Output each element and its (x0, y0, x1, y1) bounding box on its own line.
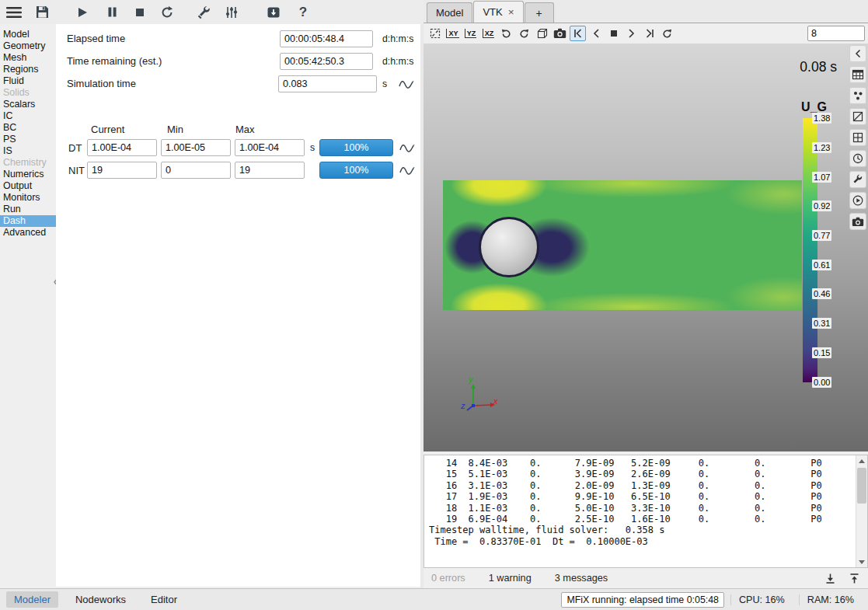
nit-max-field[interactable] (235, 162, 305, 179)
simulation-time-plot-button[interactable] (398, 78, 415, 90)
sidebar-item-advanced[interactable]: Advanced (0, 227, 56, 239)
sidebar-item-scalars[interactable]: Scalars (0, 99, 56, 110)
tab-close-icon[interactable]: × (508, 7, 514, 18)
stop-playback-button[interactable] (605, 26, 622, 41)
time-remaining-field[interactable] (280, 53, 373, 70)
sidebar-item-monitors[interactable]: Monitors (0, 192, 56, 204)
visual-options-button[interactable] (849, 171, 866, 188)
elapsed-time-unit: d:h:m:s (382, 33, 413, 44)
main-menu-button[interactable] (4, 2, 24, 23)
sidebar-item-ic[interactable]: IC (0, 110, 56, 122)
tab-add-button[interactable]: + (525, 2, 554, 23)
refresh-frames-button[interactable] (659, 26, 675, 41)
screenshot-button[interactable] (552, 26, 568, 41)
cell-data-button[interactable] (849, 66, 866, 83)
console-scrollbar[interactable] (856, 455, 867, 567)
sidebar-item-output[interactable]: Output (0, 180, 56, 192)
stop-button[interactable] (130, 2, 150, 23)
view-yz-button[interactable]: YZ (462, 26, 479, 41)
messages-count[interactable]: 3 messages (555, 573, 608, 584)
mode-modeler[interactable]: Modeler (6, 591, 58, 608)
run-status-display: MFiX running: elapsed time 0:05:48 (561, 592, 724, 608)
solver-console: 14 8.4E-03 0. 7.9E-09 5.2E-09 0. 0. P0 1… (424, 455, 868, 568)
elapsed-time-row: Elapsed time d:h:m:s (56, 30, 420, 47)
dt-min-field[interactable] (161, 139, 231, 156)
save-button[interactable] (32, 2, 52, 23)
help-button[interactable]: ? (293, 2, 313, 23)
scroll-to-top-button[interactable] (849, 573, 860, 584)
tab-vtk[interactable]: VTK × (473, 1, 523, 23)
slice-button[interactable] (849, 108, 866, 125)
scroll-up-arrow[interactable] (856, 455, 867, 466)
time-remaining-unit: d:h:m:s (382, 56, 413, 67)
rotate-ccw-icon (500, 28, 512, 40)
vtk-viewport[interactable]: 0.08 s U_G 1.38 1.23 1.07 0.92 0.77 0.61… (424, 44, 868, 451)
sidebar-item-dash[interactable]: Dash (0, 215, 56, 227)
elapsed-time-field[interactable] (280, 30, 373, 47)
rotate-left-button[interactable] (498, 26, 514, 41)
collapse-panel-button[interactable] (849, 45, 866, 62)
particles-button[interactable] (849, 87, 866, 104)
warnings-count[interactable]: 1 warning (489, 573, 532, 584)
console-line: 14 8.4E-03 0. 7.9E-09 5.2E-09 0. 0. P0 (429, 458, 852, 469)
cylinder-geometry (479, 217, 539, 277)
sidebar-item-bc[interactable]: BC (0, 122, 56, 134)
node-data-button[interactable] (849, 129, 866, 146)
vtk-side-toolbar (848, 45, 867, 230)
run-button[interactable] (72, 2, 92, 23)
nit-current-field[interactable] (87, 162, 157, 179)
play-animation-button[interactable] (849, 192, 866, 209)
scroll-to-bottom-button[interactable] (824, 573, 836, 584)
snapshot-button[interactable] (849, 213, 866, 230)
scrollbar-thumb[interactable] (857, 468, 866, 504)
pause-button[interactable] (102, 2, 122, 23)
sidebar-item-run[interactable]: Run (0, 204, 56, 215)
errors-count[interactable]: 0 errors (431, 573, 465, 584)
export-project-button[interactable] (263, 2, 284, 23)
sidebar-item-model[interactable]: Model (0, 29, 56, 40)
build-solver-button[interactable] (194, 2, 214, 23)
dt-max-field[interactable] (235, 139, 305, 156)
console-line: 18 1.1E-03 0. 5.0E-10 3.3E-10 0. 0. P0 (429, 503, 852, 514)
next-frame-button[interactable] (623, 26, 640, 41)
clock-icon (852, 152, 864, 165)
reset-button[interactable] (157, 2, 177, 23)
sidebar-item-is[interactable]: IS (0, 145, 56, 157)
frame-index-input[interactable] (807, 26, 865, 41)
tab-model[interactable]: Model (427, 2, 472, 23)
nit-min-field[interactable] (161, 162, 231, 179)
mode-nodeworks[interactable]: Nodeworks (68, 591, 134, 608)
dt-current-field[interactable] (87, 139, 157, 156)
prev-frame-button[interactable] (587, 26, 604, 41)
mode-editor[interactable]: Editor (143, 591, 185, 608)
last-frame-button[interactable] (641, 26, 657, 41)
sidebar-item-fluid[interactable]: Fluid (0, 75, 56, 87)
settings-button[interactable] (221, 2, 242, 23)
sidebar-item-numerics[interactable]: Numerics (0, 169, 56, 180)
rotate-right-button[interactable] (516, 26, 532, 41)
first-frame-button[interactable] (570, 26, 586, 41)
pause-icon (106, 6, 118, 18)
view-xz-button[interactable]: XZ (480, 26, 497, 41)
perspective-button[interactable] (534, 26, 550, 41)
simulation-time-field[interactable] (278, 75, 377, 92)
sidebar-item-ps[interactable]: PS (0, 134, 56, 145)
dt-plot-button[interactable] (399, 141, 416, 154)
fit-view-button[interactable] (427, 26, 443, 41)
sidebar-item-mesh[interactable]: Mesh (0, 52, 56, 64)
cube-icon (536, 27, 549, 40)
rotate-cw-icon (518, 28, 530, 40)
view-xy-button[interactable]: XY (444, 26, 461, 41)
time-settings-button[interactable] (849, 150, 866, 167)
slice-icon (852, 110, 864, 123)
nit-progress-bar: 100% (319, 162, 393, 179)
yz-plane-icon: YZ (465, 29, 477, 38)
table-icon (852, 68, 864, 81)
sidebar-item-geometry[interactable]: Geometry (0, 40, 56, 52)
nit-plot-button[interactable] (399, 164, 416, 176)
scroll-down-arrow[interactable] (856, 556, 867, 567)
stop-icon (134, 7, 145, 18)
console-line: 17 1.9E-03 0. 9.9E-10 6.5E-10 0. 0. P0 (429, 491, 852, 502)
sidebar-item-regions[interactable]: Regions (0, 64, 56, 75)
dt-row: DT s 100% (56, 139, 420, 156)
